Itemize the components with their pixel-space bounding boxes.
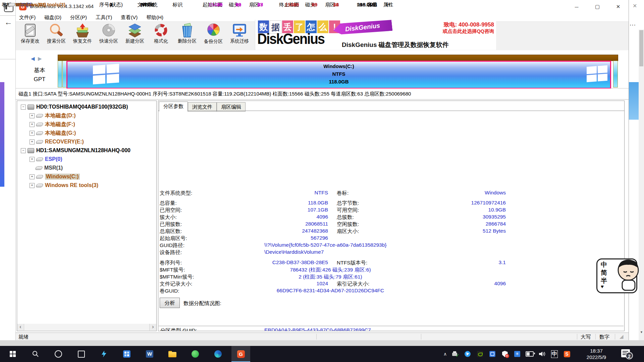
banner-qq-link[interactable]: 或点击此处选择QQ咨询 (428, 28, 494, 35)
maximize-button[interactable]: ▢ (587, 0, 608, 13)
taskbar-app-green-browser[interactable] (186, 346, 205, 362)
toolbar-button-format[interactable]: 格式化 (148, 22, 174, 50)
minimize-button[interactable]: ─ (566, 0, 587, 13)
expander-plus-icon[interactable]: + (30, 113, 35, 118)
prev-disk-icon[interactable]: ◀ (31, 56, 35, 62)
taskbar-app-edge[interactable] (209, 346, 227, 362)
tree-item-MSR(1)[interactable]: MSR(1) (17, 164, 167, 172)
taskbar-app-search[interactable] (26, 346, 45, 362)
bg-scrollbar[interactable]: ▼ (639, 29, 644, 340)
detail-value: 126710972416 (389, 200, 506, 206)
tree-item-ESP(0)[interactable]: +ESP(0) (17, 155, 167, 164)
taskbar-app-word[interactable]: W (140, 346, 159, 362)
expander-plus-icon[interactable]: + (30, 157, 35, 162)
toolbar-button-quick-partition[interactable]: 快速分区 (96, 22, 122, 50)
tab-扇区编辑[interactable]: 扇区编辑 (217, 102, 246, 112)
toolbar-button-system-migrate[interactable]: 系统迁移 (226, 22, 253, 50)
toolbar-button-label: 快速分区 (96, 38, 122, 44)
tree-item-Windows RE tools(3)[interactable]: +Windows RE tools(3) (17, 181, 167, 190)
tree-item-label: 本地磁盘(F:) (45, 121, 75, 128)
tree-item-HD1:SAMSUNGMZNLN128HAHQ-000[interactable]: −HD1:SAMSUNGMZNLN128HAHQ-000 (17, 146, 158, 155)
detail-value: 30935295 (389, 214, 506, 220)
tray-bluebird-icon[interactable] (462, 346, 473, 362)
tray-ime-zh-icon[interactable]: 中 (549, 346, 560, 362)
menu-item-帮助(H)[interactable]: 帮助(H) (146, 13, 164, 22)
allocation-map-label: 数据分配情况图: (183, 300, 221, 307)
tray-intel-graphics-icon[interactable] (487, 346, 498, 362)
taskbar-app-tiles-app[interactable] (117, 346, 136, 362)
scroll-right-icon[interactable]: › (149, 324, 156, 330)
tree-hscrollbar[interactable]: ‹ › (17, 324, 156, 330)
menu-item-文件(F)[interactable]: 文件(F) (18, 13, 36, 22)
taskbar-app-diskgenius[interactable]: G (231, 346, 250, 362)
tab-分区参数[interactable]: 分区参数 (159, 102, 188, 112)
back-arrow-icon[interactable]: ← (4, 17, 12, 27)
taskbar-app-feishu[interactable] (95, 346, 113, 362)
taskbar-app-task-view[interactable] (72, 346, 91, 362)
taskbar-clock[interactable]: 18:37 2022/5/9 (580, 348, 613, 360)
expander-plus-icon[interactable]: + (30, 183, 35, 188)
toolbar-button-recover-files[interactable]: 恢复文件 (69, 22, 96, 50)
toolbar-button-new-partition[interactable]: 新建分区 (122, 22, 148, 50)
ime-floating-widget[interactable]: 中简半 ♥ (596, 258, 637, 293)
expander-plus-icon[interactable]: + (30, 139, 35, 144)
taskbar-app-file-explorer[interactable] (163, 346, 182, 362)
ime-mode-中[interactable]: 中 (601, 261, 607, 269)
tray-printer-ok-icon[interactable]: ✓ (449, 346, 461, 362)
menu-item-工具(T)[interactable]: 工具(T) (95, 13, 113, 22)
screen: ← ✕ … ▼ G DiskGenius V5.4.3.1342 x64 ─ ▢… (0, 0, 644, 362)
partition-windows-c[interactable]: Windows(C:) NTFS 118.0GB (66, 61, 611, 89)
bg-scroll-down-icon[interactable]: ▼ (640, 330, 643, 334)
menu-item-查看(V)[interactable]: 查看(V) (120, 13, 138, 22)
bg-scrollbar-thumb[interactable] (639, 30, 643, 66)
tray-security-center-icon[interactable]: ✕ (499, 346, 511, 362)
close-button[interactable]: ✕ (608, 0, 629, 13)
tray-expand-icon[interactable]: ∧ (439, 346, 451, 362)
bg-menu-ellipsis-icon[interactable]: … (629, 19, 636, 27)
next-disk-icon[interactable]: ▶ (38, 56, 42, 62)
partition-re-tools-sliver[interactable] (613, 61, 618, 87)
expander-minus-icon[interactable]: − (21, 105, 26, 110)
tree-item-RECOVERY(E:)[interactable]: +RECOVERY(E:) (17, 137, 167, 146)
tray-snowflake-icon[interactable]: ✳ (512, 346, 523, 362)
toolbar-button-search-partition[interactable]: 搜索分区 (43, 22, 69, 50)
toolbar-button-label: 删除分区 (174, 38, 200, 44)
toolbar-button-delete-partition[interactable]: 删除分区 (174, 22, 200, 50)
tray-power-icon[interactable] (524, 346, 535, 362)
toolbar-button-backup-partition[interactable]: 备份分区 (200, 22, 226, 50)
taskbar-app-start[interactable] (3, 346, 22, 362)
ime-mode-简[interactable]: 简 (601, 269, 607, 277)
tree-item-本地磁盘(D:)[interactable]: +本地磁盘(D:) (17, 111, 167, 120)
tree-item-Windows(C:)[interactable]: +Windows(C:) (17, 172, 167, 181)
detail-value: 28068511 (188, 221, 328, 227)
partition-size: 118.0GB (67, 78, 610, 85)
bg-close-icon[interactable]: ✕ (633, 3, 637, 9)
analyze-button[interactable]: 分析 (160, 298, 180, 308)
partition-esp-sliver[interactable] (58, 61, 62, 87)
expander-plus-icon[interactable]: + (30, 122, 35, 127)
taskbar-app-cortana[interactable] (49, 346, 68, 362)
cell: 15565 (265, 0, 301, 9)
menu-item-分区(P)[interactable]: 分区(P) (69, 13, 88, 22)
toolbar-button-save-changes[interactable]: 保存更改 (17, 22, 43, 50)
ad-banner[interactable]: 数据丢了怎么! DiskGenius DiskGenius 致电: 400-00… (255, 20, 496, 50)
expander-plus-icon[interactable]: + (30, 174, 35, 179)
tree-item-本地磁盘(G:)[interactable]: +本地磁盘(G:) (17, 129, 167, 137)
tree-item-本地磁盘(F:)[interactable]: +本地磁盘(F:) (17, 120, 167, 129)
tray-nvidia-icon[interactable] (474, 346, 486, 362)
tree-item-HD0:TOSHIBAMQ04ABF100(932GB)[interactable]: −HD0:TOSHIBAMQ04ABF100(932GB) (17, 103, 158, 111)
banner-ribbon: DiskGenius (332, 20, 392, 37)
system-migrate-icon (232, 23, 247, 38)
menu-item-磁盘(D)[interactable]: 磁盘(D) (44, 13, 62, 22)
detail-value: 107.1GB (188, 207, 328, 213)
toolbar-button-label: 恢复文件 (69, 38, 96, 44)
notification-icon[interactable]: 2 (621, 349, 630, 357)
tray-volume-icon[interactable] (536, 346, 548, 362)
expander-plus-icon[interactable]: + (30, 131, 35, 136)
tray-sogou-icon[interactable]: S (561, 346, 573, 362)
scroll-left-icon[interactable]: ‹ (17, 324, 24, 330)
resize-grip-icon[interactable]: ◢ (620, 334, 624, 340)
expander-minus-icon[interactable]: − (21, 148, 26, 153)
disk-type-basic: 基本 (21, 66, 58, 74)
tab-浏览文件[interactable]: 浏览文件 (188, 102, 217, 112)
